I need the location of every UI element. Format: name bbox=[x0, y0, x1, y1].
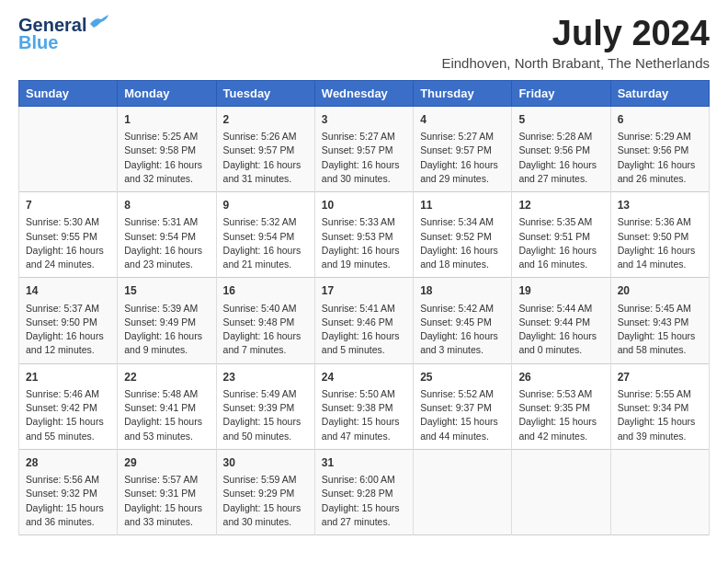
day-content: Sunrise: 5:35 AM Sunset: 9:51 PM Dayligh… bbox=[518, 215, 603, 271]
day-content: Sunrise: 5:27 AM Sunset: 9:57 PM Dayligh… bbox=[420, 130, 505, 186]
day-number: 28 bbox=[26, 455, 110, 471]
day-cell: 6Sunrise: 5:29 AM Sunset: 9:56 PM Daylig… bbox=[610, 106, 709, 191]
day-number: 4 bbox=[420, 112, 505, 128]
day-cell bbox=[512, 449, 610, 534]
day-content: Sunrise: 5:57 AM Sunset: 9:31 PM Dayligh… bbox=[124, 473, 209, 529]
day-content: Sunrise: 5:36 AM Sunset: 9:50 PM Dayligh… bbox=[618, 215, 702, 271]
day-cell: 8Sunrise: 5:31 AM Sunset: 9:54 PM Daylig… bbox=[118, 192, 216, 278]
day-number: 27 bbox=[618, 370, 702, 385]
col-header-monday: Monday bbox=[118, 80, 216, 106]
day-number: 20 bbox=[618, 283, 702, 299]
col-header-thursday: Thursday bbox=[414, 80, 512, 106]
day-cell: 22Sunrise: 5:48 AM Sunset: 9:41 PM Dayli… bbox=[118, 363, 216, 449]
col-header-sunday: Sunday bbox=[19, 80, 118, 106]
location-subtitle: Eindhoven, North Brabant, The Netherland… bbox=[441, 55, 710, 71]
day-number: 26 bbox=[518, 370, 603, 385]
day-number: 29 bbox=[124, 455, 209, 471]
week-row-4: 21Sunrise: 5:46 AM Sunset: 9:42 PM Dayli… bbox=[19, 363, 710, 449]
day-cell: 28Sunrise: 5:56 AM Sunset: 9:32 PM Dayli… bbox=[19, 449, 118, 534]
col-header-tuesday: Tuesday bbox=[216, 80, 314, 106]
day-content: Sunrise: 5:46 AM Sunset: 9:42 PM Dayligh… bbox=[26, 387, 110, 443]
day-content: Sunrise: 5:40 AM Sunset: 9:48 PM Dayligh… bbox=[223, 302, 308, 358]
header: General Blue July 2024 Eindhoven, North … bbox=[18, 15, 710, 71]
day-content: Sunrise: 5:41 AM Sunset: 9:46 PM Dayligh… bbox=[322, 302, 406, 358]
day-content: Sunrise: 5:48 AM Sunset: 9:41 PM Dayligh… bbox=[124, 387, 209, 443]
col-header-saturday: Saturday bbox=[610, 80, 709, 106]
week-row-1: 1Sunrise: 5:25 AM Sunset: 9:58 PM Daylig… bbox=[19, 106, 710, 191]
day-cell: 10Sunrise: 5:33 AM Sunset: 9:53 PM Dayli… bbox=[314, 192, 413, 278]
day-content: Sunrise: 5:59 AM Sunset: 9:29 PM Dayligh… bbox=[223, 473, 308, 529]
day-content: Sunrise: 5:28 AM Sunset: 9:56 PM Dayligh… bbox=[518, 130, 603, 186]
day-content: Sunrise: 5:53 AM Sunset: 9:35 PM Dayligh… bbox=[518, 387, 603, 443]
day-number: 6 bbox=[618, 112, 702, 128]
day-number: 14 bbox=[26, 283, 110, 299]
day-number: 16 bbox=[223, 283, 308, 299]
day-number: 8 bbox=[124, 198, 209, 213]
day-number: 5 bbox=[518, 112, 603, 128]
day-number: 23 bbox=[223, 370, 308, 385]
day-content: Sunrise: 5:52 AM Sunset: 9:37 PM Dayligh… bbox=[420, 387, 505, 443]
day-cell: 23Sunrise: 5:49 AM Sunset: 9:39 PM Dayli… bbox=[216, 363, 314, 449]
day-cell: 7Sunrise: 5:30 AM Sunset: 9:55 PM Daylig… bbox=[19, 192, 118, 278]
day-cell bbox=[19, 106, 118, 191]
day-cell: 3Sunrise: 5:27 AM Sunset: 9:57 PM Daylig… bbox=[314, 106, 413, 191]
day-cell: 25Sunrise: 5:52 AM Sunset: 9:37 PM Dayli… bbox=[414, 363, 512, 449]
day-cell: 15Sunrise: 5:39 AM Sunset: 9:49 PM Dayli… bbox=[118, 278, 216, 363]
day-content: Sunrise: 5:50 AM Sunset: 9:38 PM Dayligh… bbox=[322, 387, 406, 443]
logo: General Blue bbox=[18, 15, 108, 53]
day-cell: 2Sunrise: 5:26 AM Sunset: 9:57 PM Daylig… bbox=[216, 106, 314, 191]
logo-bird-icon bbox=[88, 15, 108, 29]
day-cell: 21Sunrise: 5:46 AM Sunset: 9:42 PM Dayli… bbox=[19, 363, 118, 449]
day-number: 10 bbox=[322, 198, 406, 213]
day-cell: 26Sunrise: 5:53 AM Sunset: 9:35 PM Dayli… bbox=[512, 363, 610, 449]
day-cell: 19Sunrise: 5:44 AM Sunset: 9:44 PM Dayli… bbox=[512, 278, 610, 363]
day-content: Sunrise: 5:25 AM Sunset: 9:58 PM Dayligh… bbox=[124, 130, 209, 186]
day-cell: 17Sunrise: 5:41 AM Sunset: 9:46 PM Dayli… bbox=[314, 278, 413, 363]
day-content: Sunrise: 5:33 AM Sunset: 9:53 PM Dayligh… bbox=[322, 215, 406, 271]
day-content: Sunrise: 5:45 AM Sunset: 9:43 PM Dayligh… bbox=[618, 302, 702, 358]
day-content: Sunrise: 5:44 AM Sunset: 9:44 PM Dayligh… bbox=[518, 302, 603, 358]
day-content: Sunrise: 5:37 AM Sunset: 9:50 PM Dayligh… bbox=[26, 302, 110, 358]
day-cell: 5Sunrise: 5:28 AM Sunset: 9:56 PM Daylig… bbox=[512, 106, 610, 191]
day-number: 18 bbox=[420, 283, 505, 299]
week-row-3: 14Sunrise: 5:37 AM Sunset: 9:50 PM Dayli… bbox=[19, 278, 710, 363]
day-cell: 27Sunrise: 5:55 AM Sunset: 9:34 PM Dayli… bbox=[610, 363, 709, 449]
day-number: 13 bbox=[618, 198, 702, 213]
day-content: Sunrise: 5:56 AM Sunset: 9:32 PM Dayligh… bbox=[26, 473, 110, 529]
calendar-table: SundayMondayTuesdayWednesdayThursdayFrid… bbox=[18, 80, 710, 535]
day-content: Sunrise: 5:42 AM Sunset: 9:45 PM Dayligh… bbox=[420, 302, 505, 358]
day-content: Sunrise: 5:55 AM Sunset: 9:34 PM Dayligh… bbox=[618, 387, 702, 443]
day-cell: 4Sunrise: 5:27 AM Sunset: 9:57 PM Daylig… bbox=[414, 106, 512, 191]
day-number: 17 bbox=[322, 283, 406, 299]
day-cell bbox=[414, 449, 512, 534]
month-title: July 2024 bbox=[441, 15, 710, 53]
day-number: 31 bbox=[322, 455, 406, 471]
week-row-2: 7Sunrise: 5:30 AM Sunset: 9:55 PM Daylig… bbox=[19, 192, 710, 278]
day-cell: 20Sunrise: 5:45 AM Sunset: 9:43 PM Dayli… bbox=[610, 278, 709, 363]
day-number: 22 bbox=[124, 370, 209, 385]
day-content: Sunrise: 5:32 AM Sunset: 9:54 PM Dayligh… bbox=[223, 215, 308, 271]
day-content: Sunrise: 5:26 AM Sunset: 9:57 PM Dayligh… bbox=[223, 130, 308, 186]
day-cell: 11Sunrise: 5:34 AM Sunset: 9:52 PM Dayli… bbox=[414, 192, 512, 278]
day-number: 19 bbox=[518, 283, 603, 299]
day-cell: 9Sunrise: 5:32 AM Sunset: 9:54 PM Daylig… bbox=[216, 192, 314, 278]
day-cell: 1Sunrise: 5:25 AM Sunset: 9:58 PM Daylig… bbox=[118, 106, 216, 191]
day-number: 11 bbox=[420, 198, 505, 213]
day-cell: 31Sunrise: 6:00 AM Sunset: 9:28 PM Dayli… bbox=[314, 449, 413, 534]
header-row: SundayMondayTuesdayWednesdayThursdayFrid… bbox=[19, 80, 710, 106]
day-number: 7 bbox=[26, 198, 110, 213]
day-content: Sunrise: 5:27 AM Sunset: 9:57 PM Dayligh… bbox=[322, 130, 406, 186]
col-header-wednesday: Wednesday bbox=[314, 80, 413, 106]
logo-blue: Blue bbox=[18, 32, 58, 53]
day-number: 3 bbox=[322, 112, 406, 128]
day-cell: 30Sunrise: 5:59 AM Sunset: 9:29 PM Dayli… bbox=[216, 449, 314, 534]
day-number: 24 bbox=[322, 370, 406, 385]
day-cell: 12Sunrise: 5:35 AM Sunset: 9:51 PM Dayli… bbox=[512, 192, 610, 278]
day-content: Sunrise: 6:00 AM Sunset: 9:28 PM Dayligh… bbox=[322, 473, 406, 529]
day-number: 30 bbox=[223, 455, 308, 471]
day-content: Sunrise: 5:49 AM Sunset: 9:39 PM Dayligh… bbox=[223, 387, 308, 443]
calendar-page: General Blue July 2024 Eindhoven, North … bbox=[0, 0, 728, 554]
day-content: Sunrise: 5:29 AM Sunset: 9:56 PM Dayligh… bbox=[618, 130, 702, 186]
day-number: 9 bbox=[223, 198, 308, 213]
day-cell: 18Sunrise: 5:42 AM Sunset: 9:45 PM Dayli… bbox=[414, 278, 512, 363]
